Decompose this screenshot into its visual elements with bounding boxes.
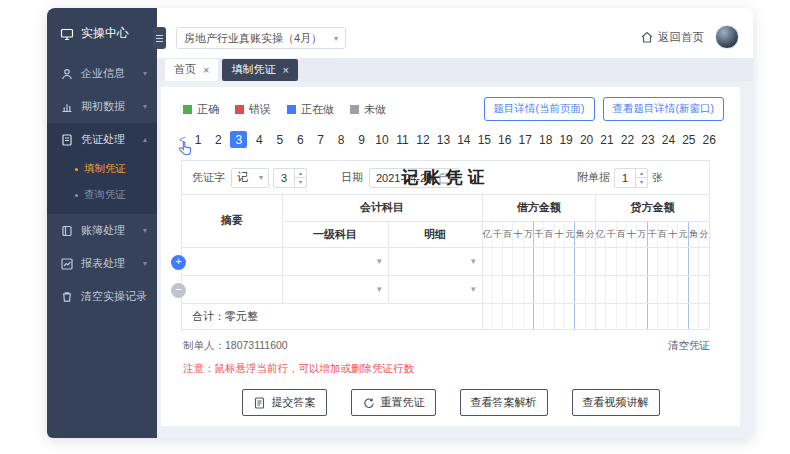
page-number[interactable]: 2 bbox=[210, 131, 227, 148]
detail-subject-select[interactable]: ▾ bbox=[388, 247, 482, 275]
credit-digit-cell[interactable] bbox=[595, 275, 605, 303]
view-video-explanation-button[interactable]: 查看视频讲解 bbox=[572, 389, 660, 416]
sidebar-item-company-info[interactable]: 企业信息 ▾ bbox=[47, 57, 157, 90]
pagination-prev-icon[interactable]: < bbox=[179, 133, 186, 147]
sidebar-brand[interactable]: 实操中心 bbox=[47, 8, 157, 57]
sidebar-subitem-fill-voucher[interactable]: 填制凭证 bbox=[47, 156, 157, 182]
credit-digit-cell[interactable] bbox=[688, 275, 698, 303]
voucher-number-stepper[interactable]: 3 ▴▾ bbox=[273, 168, 307, 188]
credit-digit-cell[interactable] bbox=[616, 247, 626, 275]
credit-digit-cell[interactable] bbox=[668, 247, 678, 275]
credit-digit-cell[interactable] bbox=[678, 275, 688, 303]
credit-digit-cell[interactable] bbox=[606, 247, 616, 275]
debit-digit-cell[interactable] bbox=[554, 247, 564, 275]
sidebar-subitem-query-voucher[interactable]: 查询凭证 bbox=[47, 182, 157, 208]
reset-voucher-button[interactable]: 重置凭证 bbox=[351, 389, 436, 416]
debit-digit-cell[interactable] bbox=[534, 275, 544, 303]
credit-digit-cell[interactable] bbox=[637, 275, 647, 303]
stepper-down-icon[interactable]: ▾ bbox=[295, 178, 306, 187]
debit-digit-cell[interactable] bbox=[575, 247, 585, 275]
close-icon[interactable]: × bbox=[282, 64, 288, 76]
page-number[interactable]: 23 bbox=[639, 131, 656, 148]
credit-digit-cell[interactable] bbox=[595, 247, 605, 275]
page-number[interactable]: 26 bbox=[701, 131, 718, 148]
add-row-button[interactable]: + bbox=[171, 255, 186, 270]
page-number[interactable]: 12 bbox=[414, 131, 431, 148]
question-detail-current-button[interactable]: 题目详情(当前页面) bbox=[484, 97, 595, 121]
credit-digit-cell[interactable] bbox=[668, 275, 678, 303]
debit-digit-cell[interactable] bbox=[503, 275, 513, 303]
sidebar-item-books-processing[interactable]: 账簿处理 ▾ bbox=[47, 214, 157, 247]
credit-digit-cell[interactable] bbox=[657, 247, 667, 275]
credit-digit-cell[interactable] bbox=[688, 247, 698, 275]
debit-digit-cell[interactable] bbox=[544, 275, 554, 303]
debit-digit-cell[interactable] bbox=[523, 275, 533, 303]
credit-digit-cell[interactable] bbox=[678, 247, 688, 275]
summary-input-cell[interactable] bbox=[182, 275, 282, 303]
page-number[interactable]: 24 bbox=[660, 131, 677, 148]
stepper-down-icon[interactable]: ▾ bbox=[636, 178, 647, 187]
remove-row-button[interactable]: − bbox=[171, 283, 186, 298]
page-number[interactable]: 7 bbox=[312, 131, 329, 148]
page-number[interactable]: 9 bbox=[353, 131, 370, 148]
user-avatar[interactable] bbox=[715, 25, 739, 49]
page-number[interactable]: 1 bbox=[189, 131, 206, 148]
debit-digit-cell[interactable] bbox=[585, 247, 595, 275]
credit-digit-cell[interactable] bbox=[657, 275, 667, 303]
credit-digit-cell[interactable] bbox=[637, 247, 647, 275]
level1-subject-select[interactable]: ▾ bbox=[282, 275, 388, 303]
debit-digit-cell[interactable] bbox=[503, 247, 513, 275]
summary-input-cell[interactable] bbox=[182, 247, 282, 275]
debit-digit-cell[interactable] bbox=[492, 247, 502, 275]
view-answer-analysis-button[interactable]: 查看答案解析 bbox=[460, 389, 548, 416]
debit-digit-cell[interactable] bbox=[544, 247, 554, 275]
sidebar-item-opening-data[interactable]: 期初数据 ▾ bbox=[47, 90, 157, 123]
debit-digit-cell[interactable] bbox=[585, 275, 595, 303]
credit-digit-cell[interactable] bbox=[699, 275, 709, 303]
page-number[interactable]: 4 bbox=[251, 131, 268, 148]
page-number[interactable]: 25 bbox=[680, 131, 697, 148]
page-number[interactable]: 14 bbox=[455, 131, 472, 148]
page-number[interactable]: 5 bbox=[271, 131, 288, 148]
page-number[interactable]: 10 bbox=[374, 131, 391, 148]
stepper-up-icon[interactable]: ▴ bbox=[295, 169, 306, 179]
debit-digit-cell[interactable] bbox=[565, 275, 575, 303]
page-number[interactable]: 6 bbox=[292, 131, 309, 148]
page-number[interactable]: 19 bbox=[558, 131, 575, 148]
debit-digit-cell[interactable] bbox=[534, 247, 544, 275]
page-number[interactable]: 21 bbox=[599, 131, 616, 148]
page-number-active[interactable]: 3 bbox=[230, 131, 247, 148]
page-number[interactable]: 13 bbox=[435, 131, 452, 148]
sidebar-item-clear-records[interactable]: 清空实操记录 bbox=[47, 280, 157, 313]
credit-digit-cell[interactable] bbox=[616, 275, 626, 303]
debit-digit-cell[interactable] bbox=[492, 275, 502, 303]
sidebar-collapse-button[interactable] bbox=[153, 27, 166, 49]
voucher-word-select[interactable]: 记 ▾ bbox=[231, 168, 269, 188]
credit-digit-cell[interactable] bbox=[626, 247, 636, 275]
close-icon[interactable]: × bbox=[203, 64, 209, 76]
credit-digit-cell[interactable] bbox=[647, 275, 657, 303]
debit-digit-cell[interactable] bbox=[575, 275, 585, 303]
credit-digit-cell[interactable] bbox=[647, 247, 657, 275]
date-input[interactable]: 2021-04-20 bbox=[369, 168, 459, 188]
sidebar-item-voucher-processing[interactable]: 凭证处理 ▴ bbox=[47, 123, 157, 156]
question-detail-newwindow-button[interactable]: 查看题目详情(新窗口) bbox=[603, 97, 725, 121]
tab-fill-voucher[interactable]: 填制凭证 × bbox=[222, 59, 297, 81]
page-number[interactable]: 15 bbox=[476, 131, 493, 148]
debit-digit-cell[interactable] bbox=[513, 275, 523, 303]
level1-subject-select[interactable]: ▾ bbox=[282, 247, 388, 275]
attach-stepper[interactable]: 1 ▴▾ bbox=[614, 168, 648, 188]
debit-digit-cell[interactable] bbox=[513, 247, 523, 275]
submit-answer-button[interactable]: 提交答案 bbox=[242, 389, 327, 416]
debit-digit-cell[interactable] bbox=[523, 247, 533, 275]
debit-digit-cell[interactable] bbox=[482, 275, 492, 303]
debit-digit-cell[interactable] bbox=[554, 275, 564, 303]
page-number[interactable]: 16 bbox=[496, 131, 513, 148]
page-number[interactable]: 22 bbox=[619, 131, 636, 148]
detail-subject-select[interactable]: ▾ bbox=[388, 275, 482, 303]
page-number[interactable]: 18 bbox=[537, 131, 554, 148]
page-number[interactable]: 17 bbox=[517, 131, 534, 148]
page-number[interactable]: 8 bbox=[333, 131, 350, 148]
sidebar-item-report-processing[interactable]: 报表处理 ▾ bbox=[47, 247, 157, 280]
debit-digit-cell[interactable] bbox=[482, 247, 492, 275]
